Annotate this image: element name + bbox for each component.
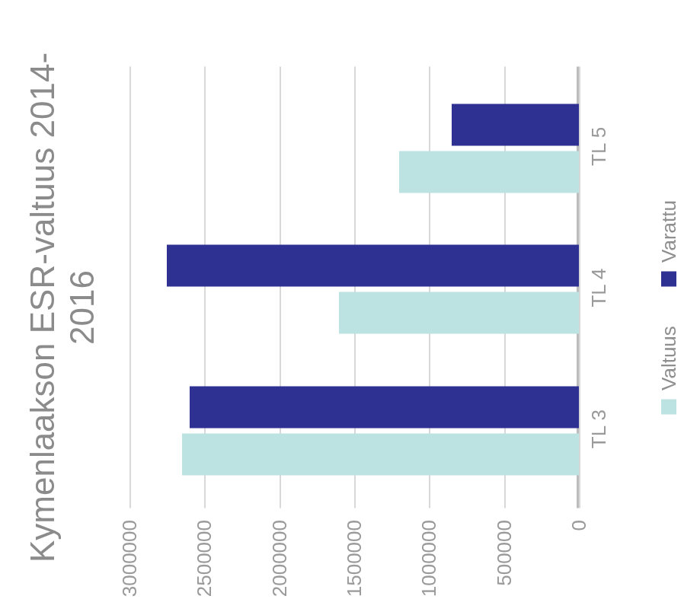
rotated-stage: Kymenlaakson ESR-valtuus 2014- 2016 0500… xyxy=(43,0,658,615)
bar-varattu xyxy=(452,104,579,145)
legend-swatch-valtuus xyxy=(661,400,676,415)
y-tick-label: 0 xyxy=(567,520,591,615)
chart-container: Kymenlaakson ESR-valtuus 2014- 2016 0500… xyxy=(0,0,700,615)
bar-valtuus xyxy=(182,434,579,476)
legend-label-valtuus: Valtuus xyxy=(657,326,681,390)
x-tick-label: TL 4 xyxy=(587,238,611,337)
legend-label-varattu: Varattu xyxy=(657,200,681,263)
y-tick-label: 1500000 xyxy=(343,520,366,615)
gridline xyxy=(579,67,580,508)
chart-title: Kymenlaakson ESR-valtuus 2014- 2016 xyxy=(23,0,102,615)
chart-title-line2: 2016 xyxy=(63,270,101,345)
y-tick-label: 3000000 xyxy=(118,520,142,615)
y-tick-label: 2000000 xyxy=(267,520,291,615)
bar-valtuus xyxy=(339,292,579,334)
legend-item-valtuus: Valtuus xyxy=(657,326,681,415)
plot-area: 0500000100000015000002000000250000030000… xyxy=(129,67,579,508)
y-tick-label: 2500000 xyxy=(193,520,216,615)
bar-varattu xyxy=(167,245,579,287)
bar-valtuus xyxy=(399,151,579,193)
y-tick-label: 500000 xyxy=(492,520,516,615)
legend: Valtuus Varattu xyxy=(657,0,682,615)
bar-varattu xyxy=(190,387,579,429)
x-tick-label: TL 3 xyxy=(587,380,611,479)
chart-title-line1: Kymenlaakson ESR-valtuus 2014- xyxy=(24,53,61,562)
gridline xyxy=(129,67,131,508)
legend-item-varattu: Varattu xyxy=(657,200,681,287)
x-tick-label: TL 5 xyxy=(587,97,611,196)
y-tick-label: 1000000 xyxy=(417,520,441,615)
legend-swatch-varattu xyxy=(661,272,676,287)
